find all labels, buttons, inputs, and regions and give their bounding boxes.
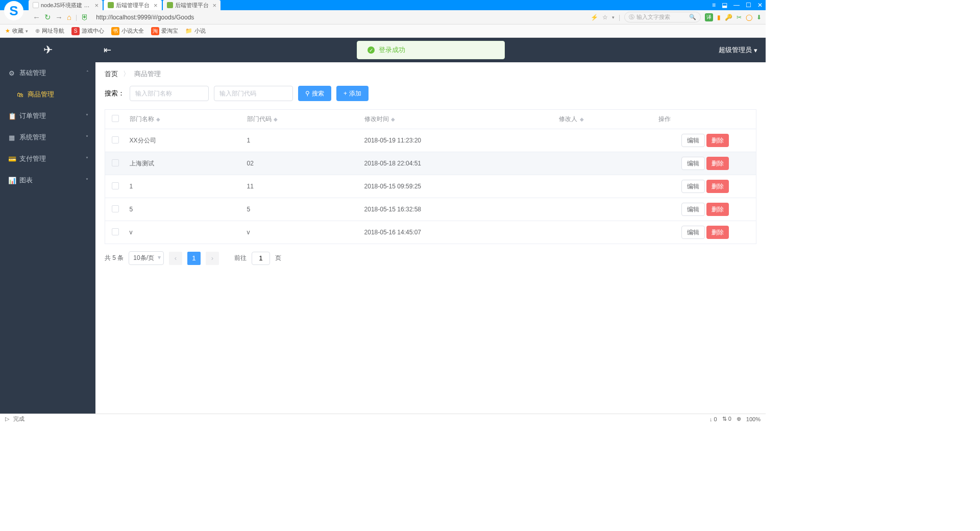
close-icon[interactable]: ✕ (757, 2, 763, 9)
delete-button[interactable]: 删除 (706, 180, 729, 193)
bookmark-4[interactable]: 淘爱淘宝 (151, 27, 178, 35)
user-name: 超级管理员 (719, 45, 752, 55)
edit-button[interactable]: 编辑 (681, 203, 705, 216)
shield-icon[interactable]: ⛨ (81, 13, 89, 21)
bookmark-2[interactable]: S游戏中心 (71, 27, 104, 35)
cell-code: 1 (243, 129, 360, 152)
bookmark-0[interactable]: ★收藏 ▾ (5, 27, 28, 35)
topbar: ⇤ ✓ 登录成功 超级管理员 ▾ (95, 38, 766, 62)
cell-name: v (126, 221, 243, 244)
table-header-1[interactable]: 部门代码 ◆ (243, 110, 360, 129)
download-count[interactable]: ↓ 0 (709, 416, 717, 422)
page-size-select[interactable]: 10条/页 (129, 251, 164, 265)
forward-icon[interactable]: → (55, 13, 63, 21)
browser-tabs: nodeJS环境搭建 - javax×后端管理平台×后端管理平台× (29, 0, 222, 10)
page-1-button[interactable]: 1 (187, 252, 201, 265)
prev-page-button[interactable]: ‹ (169, 252, 182, 265)
bookmark-label: 小说大全 (121, 27, 144, 35)
table-header-0[interactable]: 部门名称 ◆ (126, 110, 243, 129)
delete-button[interactable]: 删除 (706, 134, 729, 147)
speed-indicator[interactable]: ⇅ 0 (722, 416, 731, 422)
note-icon[interactable]: ▮ (717, 14, 721, 21)
browser-tab-1[interactable]: 后端管理平台× (104, 0, 162, 10)
edit-button[interactable]: 编辑 (681, 226, 705, 239)
star-icon[interactable]: ☆ (602, 14, 608, 21)
bookmark-1[interactable]: ⊕网址导航 (35, 27, 64, 35)
add-button-label: 添加 (349, 89, 361, 98)
cut-icon[interactable]: ✂ (737, 14, 742, 21)
menu-label: 支付管理 (19, 154, 46, 163)
edit-button[interactable]: 编辑 (681, 157, 705, 170)
cell-by (555, 129, 654, 152)
tab-close-icon[interactable]: × (154, 2, 158, 9)
row-checkbox[interactable] (112, 205, 119, 212)
breadcrumb-current: 商品管理 (134, 70, 161, 78)
browser-tab-2[interactable]: 后端管理平台× (163, 0, 221, 10)
browser-tab-0[interactable]: nodeJS环境搭建 - javax× (29, 0, 103, 10)
table-header-2[interactable]: 修改时间 ◆ (360, 110, 555, 129)
browser-search[interactable]: Ⓢ 输入文字搜索 🔍 (624, 12, 701, 22)
user-menu[interactable]: 超级管理员 ▾ (719, 45, 757, 55)
play-icon[interactable]: ▷ (5, 416, 9, 422)
menu-label: 基础管理 (19, 68, 46, 78)
browser-titlebar: S nodeJS环境搭建 - javax×后端管理平台×后端管理平台× ≡ ⬓ … (0, 0, 766, 10)
sidebar-item-4[interactable]: 💳支付管理˅ (0, 148, 95, 170)
download-icon[interactable]: ⬇ (756, 14, 762, 21)
zoom-icon[interactable]: ⊕ (737, 416, 741, 422)
back-icon[interactable]: ← (33, 13, 40, 21)
tab-close-icon[interactable]: × (213, 2, 217, 9)
reload-icon[interactable]: ↻ (44, 13, 51, 22)
menu-icon: ▦ (8, 134, 15, 141)
goto-page-input[interactable] (252, 252, 270, 265)
sidebar: ✈ ⚙基础管理ˆ🛍商品管理📋订单管理˅▦系统管理˅💳支付管理˅📊图表˅ (0, 38, 95, 414)
sidebar-item-2[interactable]: 📋订单管理˅ (0, 105, 95, 127)
delete-button[interactable]: 删除 (706, 226, 729, 239)
row-checkbox[interactable] (112, 159, 119, 166)
tab-close-icon[interactable]: × (94, 2, 99, 9)
delete-button[interactable]: 删除 (706, 157, 729, 170)
pagination: 共 5 条 10条/页 ‹ 1 › 前往 页 (105, 251, 756, 265)
circle-icon[interactable]: ◯ (746, 14, 752, 21)
edit-button[interactable]: 编辑 (681, 134, 705, 147)
window-controls: ≡ ⬓ — ☐ ✕ (712, 2, 763, 9)
sidebar-item-5[interactable]: 📊图表˅ (0, 170, 95, 191)
sidebar-item-0[interactable]: ⚙基础管理ˆ (0, 62, 95, 84)
search-button[interactable]: ⚲ 搜索 (298, 86, 331, 101)
next-page-button[interactable]: › (206, 252, 219, 265)
dept-name-input[interactable] (130, 86, 209, 101)
dept-code-input[interactable] (214, 86, 293, 101)
select-all-checkbox[interactable] (112, 115, 119, 122)
flash-icon[interactable]: ⚡ (591, 14, 598, 21)
chevron-icon: ˅ (86, 178, 88, 183)
maximize-icon[interactable]: ☐ (746, 2, 751, 9)
zoom-level: 100% (746, 416, 761, 422)
table-header-3[interactable]: 修改人 ◆ (555, 110, 654, 129)
cell-name: 上海测试 (126, 152, 243, 175)
sidebar-item-1[interactable]: 🛍商品管理 (0, 84, 95, 105)
status-text: 完成 (13, 415, 24, 423)
collapse-sidebar-icon[interactable]: ⇤ (104, 44, 111, 56)
breadcrumb-home[interactable]: 首页 (105, 70, 118, 78)
add-button[interactable]: + 添加 (336, 86, 369, 101)
bookmark-5[interactable]: 📁小说 (185, 27, 206, 35)
delete-button[interactable]: 删除 (706, 203, 729, 216)
table-header-4[interactable]: 操作 (654, 110, 756, 129)
sidebar-item-3[interactable]: ▦系统管理˅ (0, 127, 95, 148)
url-input[interactable] (93, 12, 586, 23)
row-checkbox[interactable] (112, 228, 119, 235)
cell-code: 02 (243, 152, 360, 175)
translate-icon[interactable]: 译 (705, 13, 713, 21)
row-checkbox[interactable] (112, 182, 119, 189)
home-icon[interactable]: ⌂ (67, 13, 71, 21)
key-icon[interactable]: 🔑 (725, 14, 732, 21)
pin-icon[interactable]: ⬓ (722, 2, 727, 9)
sort-icon: ◆ (390, 116, 396, 122)
table-row: v v 2018-05-16 14:45:07 编辑 删除 (105, 221, 756, 244)
minimize-icon[interactable]: — (733, 2, 740, 9)
menu-icon: ⚙ (8, 69, 15, 77)
edit-button[interactable]: 编辑 (681, 180, 705, 193)
breadcrumb: 首页 〉 商品管理 (105, 69, 756, 79)
row-checkbox[interactable] (112, 136, 119, 143)
bookmark-3[interactable]: 书小说大全 (111, 27, 144, 35)
menu-icon[interactable]: ≡ (712, 2, 716, 9)
